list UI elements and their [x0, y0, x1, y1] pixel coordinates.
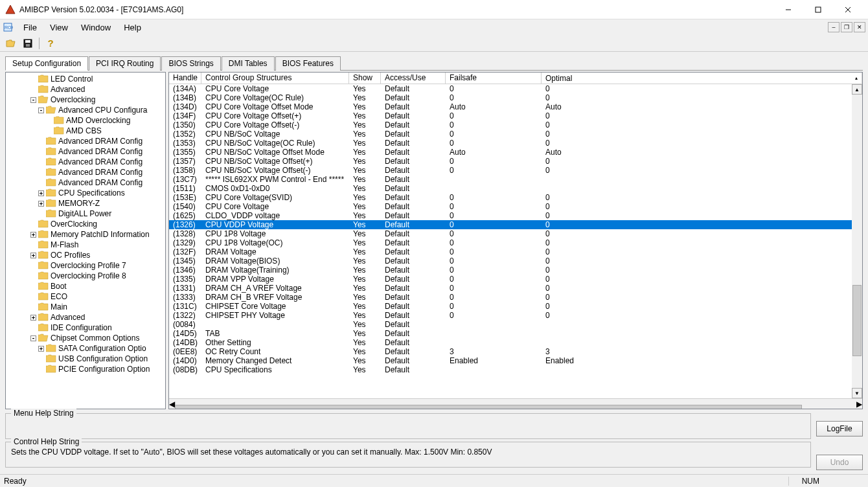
- table-row[interactable]: (1335)DRAM VPP VoltageYesDefault00: [169, 275, 862, 284]
- tree-item[interactable]: Advanced DRAM Config: [7, 177, 166, 188]
- scroll-thumb[interactable]: [175, 405, 802, 410]
- table-row[interactable]: (14D5)TABYesDefault: [169, 329, 862, 338]
- tree-item[interactable]: -Chipset Common Options: [7, 333, 166, 343]
- tab-dmi-tables[interactable]: DMI Tables: [222, 56, 275, 71]
- tree-panel[interactable]: LED ControlAdvanced-Overclocking-Advance…: [5, 72, 166, 409]
- column-header[interactable]: Control Group Structures: [201, 73, 349, 84]
- open-button[interactable]: [4, 36, 18, 51]
- tree-item[interactable]: ECO: [7, 291, 166, 302]
- mdi-minimize-button[interactable]: –: [828, 22, 839, 32]
- tree-item[interactable]: OverClocking: [7, 219, 166, 229]
- tree-item[interactable]: -Overclocking: [7, 95, 166, 105]
- tree-item[interactable]: DigitALL Power: [7, 209, 166, 219]
- tree-toggle[interactable]: +: [38, 190, 44, 196]
- tree-item[interactable]: Main: [7, 302, 166, 312]
- tree-item[interactable]: IDE Configuration: [7, 323, 166, 333]
- tab-bios-strings[interactable]: BIOS Strings: [161, 56, 220, 71]
- menu-view[interactable]: View: [43, 21, 74, 34]
- table-row[interactable]: (1345)DRAM Voltage(BIOS)YesDefault00: [169, 256, 862, 266]
- tree-item[interactable]: Overclocking Profile 7: [7, 260, 166, 271]
- close-button[interactable]: [833, 0, 863, 19]
- table-header[interactable]: HandleControl Group StructuresShowAccess…: [169, 73, 862, 84]
- tab-bios-features[interactable]: BIOS Features: [275, 56, 341, 71]
- scroll-down-button[interactable]: ▼: [852, 388, 862, 398]
- table-row[interactable]: (1540)CPU Core VoltageYesDefault00: [169, 202, 862, 211]
- tree-item[interactable]: -Advanced CPU Configura: [7, 105, 166, 115]
- mdi-restore-button[interactable]: ❐: [841, 22, 852, 32]
- table-row[interactable]: (134A)CPU Core VoltageYesDefault00: [169, 84, 862, 93]
- table-row[interactable]: (0084)YesDefault: [169, 320, 862, 329]
- column-header[interactable]: Optimal▴: [542, 73, 862, 84]
- table-row[interactable]: (1329)CPU 1P8 Voltage(OC)YesDefault00: [169, 238, 862, 247]
- table-row[interactable]: (0EE8)OC Retry CountYesDefault33: [169, 347, 862, 356]
- maximize-button[interactable]: [803, 0, 833, 19]
- tree-item[interactable]: +Advanced: [7, 312, 166, 323]
- tree-item[interactable]: +CPU Specifications: [7, 188, 166, 198]
- mdi-close-button[interactable]: ✕: [854, 22, 865, 32]
- horizontal-scrollbar[interactable]: ◀ ▶: [169, 398, 862, 409]
- table-row[interactable]: (134B)CPU Core Voltage(OC Rule)YesDefaul…: [169, 93, 862, 102]
- table-row[interactable]: (131C)CHIPSET Core VoltageYesDefault00: [169, 302, 862, 311]
- tree-item[interactable]: USB Configuration Option: [7, 354, 166, 364]
- column-header[interactable]: Failsafe: [446, 73, 542, 84]
- table-row[interactable]: (08DB)CPU SpecificationsYesDefault: [169, 365, 862, 374]
- tree-item[interactable]: Advanced DRAM Config: [7, 157, 166, 167]
- table-row[interactable]: (1328)CPU 1P8 VoltageYesDefault00: [169, 229, 862, 238]
- tree-item[interactable]: +Memory PatchID Information: [7, 229, 166, 240]
- tree-item[interactable]: Advanced: [7, 84, 166, 95]
- column-header[interactable]: Handle: [169, 73, 201, 84]
- menu-window[interactable]: Window: [74, 21, 117, 34]
- table-row[interactable]: (1350)CPU Core Voltage Offset(-)YesDefau…: [169, 120, 862, 130]
- table-row[interactable]: (1511)CMOS 0xD1-0xD0YesDefault: [169, 184, 862, 193]
- tree-item[interactable]: AMD Overclocking: [7, 115, 166, 126]
- tree-item[interactable]: Advanced DRAM Config: [7, 136, 166, 146]
- table-row[interactable]: (1346)DRAM Voltage(Training)YesDefault00: [169, 266, 862, 275]
- scroll-right-button[interactable]: ▶: [856, 400, 862, 409]
- vertical-scrollbar[interactable]: ▲ ▼: [852, 84, 862, 398]
- table-row[interactable]: (1331)DRAM CH_A VREF VoltageYesDefault00: [169, 284, 862, 293]
- scroll-left-button[interactable]: ◀: [169, 400, 175, 409]
- tab-pci-irq-routing[interactable]: PCI IRQ Routing: [89, 56, 161, 71]
- table-row[interactable]: (1352)CPU NB/SoC VoltageYesDefault00: [169, 130, 862, 139]
- menu-help[interactable]: Help: [117, 21, 148, 34]
- tree-item[interactable]: +OC Profiles: [7, 250, 166, 260]
- table-row[interactable]: (1333)DRAM CH_B VREF VoltageYesDefault00: [169, 293, 862, 302]
- tree-toggle[interactable]: +: [38, 201, 44, 207]
- column-header[interactable]: Show: [349, 73, 381, 84]
- table-row[interactable]: (1326)CPU VDDP VoltageYesDefault00: [169, 220, 862, 229]
- tree-item[interactable]: AMD CBS: [7, 126, 166, 136]
- table-row[interactable]: (134F)CPU Core Voltage Offset(+)YesDefau…: [169, 111, 862, 120]
- table-row[interactable]: (132F)DRAM VoltageYesDefault00: [169, 247, 862, 256]
- table-body[interactable]: (134A)CPU Core VoltageYesDefault00(134B)…: [169, 84, 862, 398]
- tree-toggle[interactable]: -: [38, 108, 44, 113]
- tree-toggle[interactable]: +: [38, 346, 44, 352]
- scroll-thumb[interactable]: [852, 285, 862, 356]
- table-row[interactable]: (14DB)Other SettingYesDefault: [169, 338, 862, 347]
- tree-item[interactable]: LED Control: [7, 74, 166, 84]
- tree-item[interactable]: Advanced DRAM Config: [7, 146, 166, 157]
- tree-item[interactable]: M-Flash: [7, 240, 166, 250]
- save-button[interactable]: [21, 36, 35, 51]
- tab-setup-configuration[interactable]: Setup Configuration: [5, 56, 88, 71]
- tree-toggle[interactable]: +: [30, 232, 36, 238]
- tree-item[interactable]: +MEMORY-Z: [7, 198, 166, 209]
- help-button[interactable]: ?: [43, 36, 58, 51]
- tree-item[interactable]: Advanced DRAM Config: [7, 167, 166, 177]
- table-row[interactable]: (134D)CPU Core Voltage Offset ModeYesDef…: [169, 102, 862, 111]
- tree-toggle[interactable]: +: [30, 253, 36, 258]
- table-row[interactable]: (1322)CHIPSET PHY VoltageYesDefault00: [169, 311, 862, 320]
- scroll-up-button[interactable]: ▲: [852, 84, 862, 95]
- column-header[interactable]: Access/Use: [381, 73, 446, 84]
- tree-item[interactable]: Overclocking Profile 8: [7, 271, 166, 281]
- tree-item[interactable]: PCIE Configuration Option: [7, 364, 166, 374]
- logfile-button[interactable]: LogFile: [816, 421, 863, 436]
- tree-toggle[interactable]: -: [30, 97, 36, 103]
- table-row[interactable]: (13C7)***** ISL692XX PWM Control - End *…: [169, 175, 862, 184]
- table-row[interactable]: (14D0)Memory Changed DetectYesDefaultEna…: [169, 356, 862, 365]
- tree-item[interactable]: +SATA Configuration Optio: [7, 343, 166, 354]
- tree-item[interactable]: Boot: [7, 281, 166, 291]
- undo-button[interactable]: Undo: [816, 455, 863, 470]
- table-row[interactable]: (1357)CPU NB/SoC Voltage Offset(+)YesDef…: [169, 157, 862, 166]
- table-row[interactable]: (1358)CPU NB/SoC Voltage Offset(-)YesDef…: [169, 166, 862, 175]
- tree-toggle[interactable]: +: [30, 315, 36, 321]
